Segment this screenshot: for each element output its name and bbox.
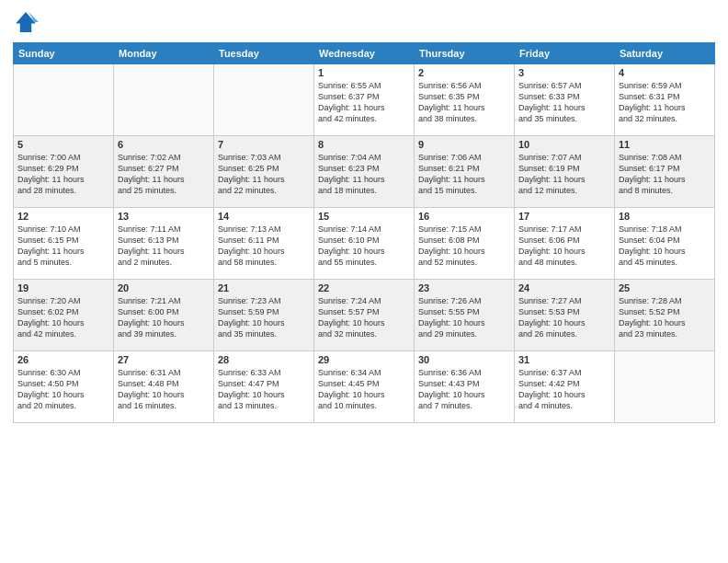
day-info: Sunrise: 7:17 AMSunset: 6:06 PMDaylight:… (518, 224, 610, 269)
day-info: Sunrise: 7:00 AMSunset: 6:29 PMDaylight:… (17, 152, 109, 197)
day-number: 30 (418, 354, 510, 365)
calendar-body: 1Sunrise: 6:55 AMSunset: 6:37 PMDaylight… (14, 64, 715, 423)
day-number: 11 (619, 139, 711, 150)
day-info: Sunrise: 7:20 AMSunset: 6:02 PMDaylight:… (17, 295, 109, 340)
day-number: 24 (518, 282, 610, 293)
calendar-day-cell (114, 64, 214, 136)
calendar-day-cell: 25Sunrise: 7:28 AMSunset: 5:52 PMDayligh… (615, 280, 715, 351)
day-number: 10 (518, 139, 610, 150)
calendar-day-cell: 28Sunrise: 6:33 AMSunset: 4:47 PMDayligh… (214, 351, 314, 423)
calendar-week-row: 5Sunrise: 7:00 AMSunset: 6:29 PMDaylight… (14, 136, 715, 208)
calendar-day-cell: 15Sunrise: 7:14 AMSunset: 6:10 PMDayligh… (314, 208, 415, 280)
day-number: 13 (118, 211, 210, 222)
day-number: 7 (218, 139, 310, 150)
logo (13, 9, 42, 35)
day-info: Sunrise: 7:03 AMSunset: 6:25 PMDaylight:… (218, 152, 310, 197)
weekday-header-row: SundayMondayTuesdayWednesdayThursdayFrid… (14, 43, 715, 64)
weekday-header-friday: Friday (515, 43, 615, 64)
day-number: 18 (619, 211, 711, 222)
day-number: 4 (619, 67, 711, 78)
day-info: Sunrise: 7:10 AMSunset: 6:15 PMDaylight:… (17, 224, 109, 269)
weekday-header-tuesday: Tuesday (214, 43, 314, 64)
calendar-day-cell: 19Sunrise: 7:20 AMSunset: 6:02 PMDayligh… (14, 280, 114, 351)
weekday-header-monday: Monday (114, 43, 214, 64)
calendar-day-cell: 11Sunrise: 7:08 AMSunset: 6:17 PMDayligh… (615, 136, 715, 208)
calendar-day-cell: 23Sunrise: 7:26 AMSunset: 5:55 PMDayligh… (415, 280, 515, 351)
day-info: Sunrise: 6:36 AMSunset: 4:43 PMDaylight:… (418, 367, 510, 412)
day-info: Sunrise: 7:08 AMSunset: 6:17 PMDaylight:… (619, 152, 711, 197)
day-number: 15 (318, 211, 410, 222)
day-info: Sunrise: 7:06 AMSunset: 6:21 PMDaylight:… (418, 152, 510, 197)
calendar-day-cell: 13Sunrise: 7:11 AMSunset: 6:13 PMDayligh… (114, 208, 214, 280)
calendar-day-cell: 26Sunrise: 6:30 AMSunset: 4:50 PMDayligh… (14, 351, 114, 423)
day-number: 31 (518, 354, 610, 365)
day-info: Sunrise: 7:18 AMSunset: 6:04 PMDaylight:… (619, 224, 711, 269)
calendar-day-cell: 12Sunrise: 7:10 AMSunset: 6:15 PMDayligh… (14, 208, 114, 280)
day-info: Sunrise: 7:28 AMSunset: 5:52 PMDaylight:… (619, 295, 711, 340)
calendar-week-row: 19Sunrise: 7:20 AMSunset: 6:02 PMDayligh… (14, 280, 715, 351)
day-number: 20 (118, 282, 210, 293)
day-info: Sunrise: 7:11 AMSunset: 6:13 PMDaylight:… (118, 224, 210, 269)
day-number: 9 (418, 139, 510, 150)
day-number: 27 (118, 354, 210, 365)
day-info: Sunrise: 6:34 AMSunset: 4:45 PMDaylight:… (318, 367, 410, 412)
day-number: 14 (218, 211, 310, 222)
day-info: Sunrise: 7:27 AMSunset: 5:53 PMDaylight:… (518, 295, 610, 340)
svg-marker-0 (16, 12, 36, 32)
day-number: 5 (17, 139, 109, 150)
day-info: Sunrise: 7:23 AMSunset: 5:59 PMDaylight:… (218, 295, 310, 340)
calendar-day-cell: 16Sunrise: 7:15 AMSunset: 6:08 PMDayligh… (415, 208, 515, 280)
day-info: Sunrise: 6:33 AMSunset: 4:47 PMDaylight:… (218, 367, 310, 412)
day-info: Sunrise: 7:13 AMSunset: 6:11 PMDaylight:… (218, 224, 310, 269)
calendar-day-cell: 24Sunrise: 7:27 AMSunset: 5:53 PMDayligh… (515, 280, 615, 351)
calendar-day-cell: 31Sunrise: 6:37 AMSunset: 4:42 PMDayligh… (515, 351, 615, 423)
weekday-header-thursday: Thursday (415, 43, 515, 64)
calendar-day-cell: 20Sunrise: 7:21 AMSunset: 6:00 PMDayligh… (114, 280, 214, 351)
day-info: Sunrise: 6:31 AMSunset: 4:48 PMDaylight:… (118, 367, 210, 412)
calendar-day-cell: 8Sunrise: 7:04 AMSunset: 6:23 PMDaylight… (314, 136, 415, 208)
calendar-day-cell: 27Sunrise: 6:31 AMSunset: 4:48 PMDayligh… (114, 351, 214, 423)
calendar-day-cell (214, 64, 314, 136)
calendar-day-cell: 10Sunrise: 7:07 AMSunset: 6:19 PMDayligh… (515, 136, 615, 208)
day-number: 29 (318, 354, 410, 365)
day-info: Sunrise: 7:15 AMSunset: 6:08 PMDaylight:… (418, 224, 510, 269)
day-info: Sunrise: 6:30 AMSunset: 4:50 PMDaylight:… (17, 367, 109, 412)
day-info: Sunrise: 7:04 AMSunset: 6:23 PMDaylight:… (318, 152, 410, 197)
calendar-day-cell: 22Sunrise: 7:24 AMSunset: 5:57 PMDayligh… (314, 280, 415, 351)
day-number: 12 (17, 211, 109, 222)
day-info: Sunrise: 6:56 AMSunset: 6:35 PMDaylight:… (418, 80, 510, 125)
day-number: 22 (318, 282, 410, 293)
calendar-week-row: 26Sunrise: 6:30 AMSunset: 4:50 PMDayligh… (14, 351, 715, 423)
calendar-day-cell (14, 64, 114, 136)
page-header (13, 9, 715, 35)
calendar-day-cell: 30Sunrise: 6:36 AMSunset: 4:43 PMDayligh… (415, 351, 515, 423)
day-number: 19 (17, 282, 109, 293)
day-number: 1 (318, 67, 410, 78)
calendar-day-cell: 5Sunrise: 7:00 AMSunset: 6:29 PMDaylight… (14, 136, 114, 208)
calendar-day-cell: 4Sunrise: 6:59 AMSunset: 6:31 PMDaylight… (615, 64, 715, 136)
calendar-table: SundayMondayTuesdayWednesdayThursdayFrid… (13, 42, 715, 423)
calendar-day-cell: 21Sunrise: 7:23 AMSunset: 5:59 PMDayligh… (214, 280, 314, 351)
day-number: 26 (17, 354, 109, 365)
calendar-week-row: 12Sunrise: 7:10 AMSunset: 6:15 PMDayligh… (14, 208, 715, 280)
weekday-header-saturday: Saturday (615, 43, 715, 64)
day-info: Sunrise: 7:21 AMSunset: 6:00 PMDaylight:… (118, 295, 210, 340)
calendar-day-cell: 2Sunrise: 6:56 AMSunset: 6:35 PMDaylight… (415, 64, 515, 136)
calendar-day-cell: 3Sunrise: 6:57 AMSunset: 6:33 PMDaylight… (515, 64, 615, 136)
day-number: 17 (518, 211, 610, 222)
day-info: Sunrise: 7:24 AMSunset: 5:57 PMDaylight:… (318, 295, 410, 340)
day-info: Sunrise: 6:55 AMSunset: 6:37 PMDaylight:… (318, 80, 410, 125)
day-number: 25 (619, 282, 711, 293)
weekday-header-wednesday: Wednesday (314, 43, 415, 64)
logo-icon (13, 9, 39, 35)
day-number: 6 (118, 139, 210, 150)
calendar-day-cell (615, 351, 715, 423)
day-number: 8 (318, 139, 410, 150)
calendar-header: SundayMondayTuesdayWednesdayThursdayFrid… (14, 43, 715, 64)
calendar-day-cell: 1Sunrise: 6:55 AMSunset: 6:37 PMDaylight… (314, 64, 415, 136)
day-number: 23 (418, 282, 510, 293)
calendar-week-row: 1Sunrise: 6:55 AMSunset: 6:37 PMDaylight… (14, 64, 715, 136)
weekday-header-sunday: Sunday (14, 43, 114, 64)
calendar-day-cell: 6Sunrise: 7:02 AMSunset: 6:27 PMDaylight… (114, 136, 214, 208)
day-info: Sunrise: 7:26 AMSunset: 5:55 PMDaylight:… (418, 295, 510, 340)
